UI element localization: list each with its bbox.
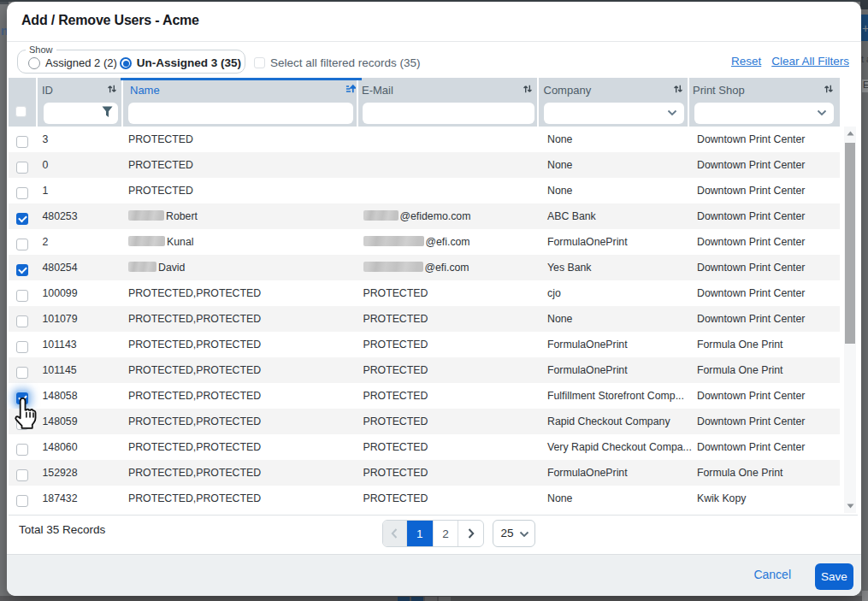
scrollbar-thumb[interactable] — [845, 143, 855, 344]
column-header-company[interactable]: Company — [539, 78, 689, 101]
row-checkbox[interactable] — [16, 136, 28, 148]
row-checkbox[interactable] — [16, 367, 28, 379]
cell-company: FormulaOnePrint — [539, 357, 689, 383]
cell-email: PROTECTED — [358, 332, 540, 357]
cell-id: 2 — [38, 229, 123, 255]
backdrop-pagination-fragment — [439, 597, 451, 601]
sort-updown-icon[interactable] — [107, 84, 117, 94]
cell-email: @efi.com — [358, 229, 540, 255]
cell-id: 101145 — [38, 357, 123, 383]
sort-updown-icon[interactable] — [523, 84, 533, 94]
backdrop-partial-text: E — [862, 80, 868, 92]
cell-id: 480254 — [38, 255, 123, 280]
company-filter-select[interactable] — [544, 103, 684, 124]
next-page-button[interactable] — [458, 521, 483, 546]
cell-name: PROTECTED,PROTECTED — [123, 280, 358, 306]
table-row: 101079PROTECTED,PROTECTEDPROTECTEDNoneDo… — [9, 306, 840, 332]
column-header-name[interactable]: Name — [123, 78, 358, 101]
cell-name: PROTECTED — [123, 127, 358, 152]
scroll-up-button[interactable] — [844, 127, 856, 140]
vertical-scrollbar[interactable] — [844, 127, 856, 513]
row-checkbox[interactable] — [16, 213, 28, 225]
cell-id: 101079 — [38, 306, 123, 332]
name-filter-input[interactable] — [128, 103, 353, 124]
cell-print-shop: Kwik Kopy — [689, 486, 840, 511]
row-checkbox[interactable] — [16, 162, 28, 174]
table-body: 3PROTECTEDNoneDowntown Print Center0PROT… — [9, 127, 840, 511]
table-row: 152928PROTECTED,PROTECTEDPROTECTEDFormul… — [9, 460, 840, 486]
column-header-print-shop[interactable]: Print Shop — [689, 78, 840, 101]
row-checkbox[interactable] — [16, 418, 28, 430]
row-checkbox[interactable] — [16, 264, 28, 276]
chevron-down-icon — [817, 109, 827, 116]
print-shop-filter-select[interactable] — [694, 103, 834, 124]
row-checkbox[interactable] — [16, 392, 28, 404]
cell-print-shop: Downtown Print Center — [689, 203, 840, 229]
page-1-button[interactable]: 1 — [407, 521, 434, 546]
show-legend: Show — [26, 44, 56, 55]
checkbox-icon — [254, 57, 265, 68]
cell-name: PROTECTED — [123, 152, 358, 178]
cell-email: PROTECTED — [358, 383, 540, 409]
clear-all-filters-link[interactable]: Clear All Filters — [771, 55, 849, 68]
column-header-id[interactable]: ID — [38, 78, 123, 101]
scroll-down-button[interactable] — [844, 499, 856, 513]
row-checkbox[interactable] — [16, 469, 28, 481]
add-remove-users-modal: Add / Remove Users - Acme Show Assigned … — [7, 2, 861, 596]
cell-name: Kunal — [123, 229, 358, 255]
cell-email: @efi.com — [358, 255, 540, 280]
page-size-select[interactable]: 25 — [493, 520, 536, 547]
table-row: 0PROTECTEDNoneDowntown Print Center — [9, 152, 840, 178]
cell-email: PROTECTED — [358, 486, 540, 511]
row-checkbox[interactable] — [16, 495, 28, 507]
row-checkbox[interactable] — [16, 315, 28, 327]
sort-updown-icon[interactable] — [673, 84, 683, 94]
cell-company: None — [539, 306, 689, 332]
table-header-row: ID Name E-Mail Company — [9, 78, 840, 101]
cell-id: 101143 — [38, 332, 123, 357]
row-checkbox[interactable] — [16, 341, 28, 353]
cell-name: Robert — [123, 203, 358, 229]
previous-page-button[interactable] — [383, 521, 407, 546]
table-row: 3PROTECTEDNoneDowntown Print Center — [9, 127, 840, 152]
cell-company: FormulaOnePrint — [539, 460, 689, 486]
sort-ascending-icon[interactable] — [345, 84, 356, 94]
row-checkbox[interactable] — [16, 187, 28, 199]
cell-name: PROTECTED,PROTECTED — [123, 434, 358, 460]
redacted-text — [128, 210, 164, 221]
cell-email: PROTECTED — [358, 280, 540, 306]
cell-name: PROTECTED,PROTECTED — [123, 409, 358, 434]
cell-company: Rapid Checkout Company — [539, 409, 689, 434]
cell-email: PROTECTED — [358, 460, 540, 486]
backdrop-pagination-fragment — [398, 597, 410, 601]
redacted-text — [128, 262, 156, 272]
cell-print-shop: Downtown Print Center — [689, 178, 840, 203]
select-page-checkbox[interactable] — [15, 106, 27, 117]
funnel-icon[interactable] — [102, 106, 113, 118]
radio-assigned-label: Assigned 2 (2) — [45, 56, 117, 69]
chevron-right-icon — [468, 528, 475, 539]
cell-print-shop: Formula One Print — [689, 460, 840, 486]
cell-print-shop: Downtown Print Center — [689, 127, 840, 152]
cell-email — [358, 152, 540, 178]
cell-id: 100099 — [38, 280, 123, 306]
table-row: 100099PROTECTED,PROTECTEDPROTECTEDcjoDow… — [9, 280, 840, 306]
cell-company: Very Rapid Checkout Compa... — [539, 434, 689, 460]
column-header-email[interactable]: E-Mail — [358, 78, 540, 101]
radio-unassigned[interactable]: Un-Assigned 3 (35) — [120, 56, 241, 69]
cell-name: PROTECTED — [123, 178, 358, 203]
cancel-button[interactable]: Cancel — [753, 568, 791, 581]
reset-link[interactable]: Reset — [731, 55, 761, 68]
select-all-filtered-checkbox[interactable]: Select all filtered records (35) — [254, 56, 421, 69]
page-2-button[interactable]: 2 — [434, 521, 458, 546]
cell-company: None — [539, 152, 689, 178]
row-checkbox[interactable] — [16, 444, 28, 456]
cell-name: PROTECTED,PROTECTED — [123, 460, 358, 486]
email-filter-input[interactable] — [363, 103, 534, 124]
row-checkbox[interactable] — [16, 239, 28, 250]
row-checkbox[interactable] — [16, 290, 28, 302]
sort-updown-icon[interactable] — [824, 84, 834, 94]
radio-assigned[interactable]: Assigned 2 (2) — [28, 56, 117, 69]
save-button[interactable]: Save — [815, 563, 853, 590]
cell-company: cjo — [539, 280, 689, 306]
